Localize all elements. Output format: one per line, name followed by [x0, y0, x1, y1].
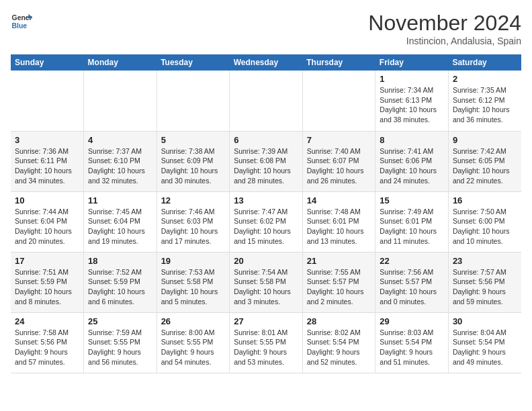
- day-number: 25: [88, 316, 152, 326]
- calendar-cell: 12Sunrise: 7:46 AMSunset: 6:03 PMDayligh…: [157, 191, 230, 252]
- day-number: 23: [453, 256, 517, 266]
- col-header-tuesday: Tuesday: [157, 54, 230, 71]
- day-number: 24: [15, 316, 79, 326]
- col-header-sunday: Sunday: [11, 54, 84, 71]
- header: GeneralBlue November 2024 Instincion, An…: [11, 11, 521, 46]
- day-number: 20: [234, 256, 298, 266]
- day-info: Sunrise: 7:40 AMSunset: 6:07 PMDaylight:…: [307, 146, 371, 186]
- calendar-cell: 1Sunrise: 7:34 AMSunset: 6:13 PMDaylight…: [375, 71, 449, 131]
- day-info: Sunrise: 7:58 AMSunset: 5:56 PMDaylight:…: [15, 328, 79, 367]
- col-header-monday: Monday: [84, 54, 157, 71]
- day-info: Sunrise: 8:01 AMSunset: 5:55 PMDaylight:…: [234, 328, 298, 367]
- calendar-week-row: 10Sunrise: 7:44 AMSunset: 6:04 PMDayligh…: [11, 191, 521, 252]
- calendar-cell: [302, 71, 375, 131]
- calendar-cell: 29Sunrise: 8:03 AMSunset: 5:54 PMDayligh…: [375, 312, 449, 373]
- day-number: 30: [453, 316, 517, 326]
- calendar-cell: [157, 71, 230, 131]
- day-number: 28: [307, 316, 371, 326]
- calendar-cell: 23Sunrise: 7:57 AMSunset: 5:56 PMDayligh…: [448, 252, 521, 312]
- day-number: 18: [88, 256, 152, 266]
- calendar-cell: 21Sunrise: 7:55 AMSunset: 5:57 PMDayligh…: [302, 252, 375, 312]
- calendar-cell: 30Sunrise: 8:04 AMSunset: 5:54 PMDayligh…: [448, 312, 521, 373]
- day-info: Sunrise: 7:35 AMSunset: 6:12 PMDaylight:…: [453, 85, 517, 125]
- calendar-cell: 4Sunrise: 7:37 AMSunset: 6:10 PMDaylight…: [84, 131, 157, 191]
- calendar-cell: 13Sunrise: 7:47 AMSunset: 6:02 PMDayligh…: [230, 191, 303, 252]
- calendar-cell: 26Sunrise: 8:00 AMSunset: 5:55 PMDayligh…: [157, 312, 230, 373]
- day-number: 3: [15, 135, 79, 145]
- day-info: Sunrise: 7:47 AMSunset: 6:02 PMDaylight:…: [234, 207, 298, 246]
- day-info: Sunrise: 7:45 AMSunset: 6:04 PMDaylight:…: [88, 207, 152, 246]
- svg-text:Blue: Blue: [12, 22, 28, 30]
- calendar-cell: [84, 71, 157, 131]
- day-number: 1: [380, 74, 444, 84]
- day-info: Sunrise: 7:44 AMSunset: 6:04 PMDaylight:…: [15, 207, 79, 246]
- day-info: Sunrise: 8:00 AMSunset: 5:55 PMDaylight:…: [161, 328, 226, 367]
- calendar-cell: 19Sunrise: 7:53 AMSunset: 5:58 PMDayligh…: [157, 252, 230, 312]
- day-number: 9: [453, 135, 517, 145]
- day-number: 13: [234, 195, 298, 205]
- col-header-saturday: Saturday: [448, 54, 521, 71]
- location-subtitle: Instincion, Andalusia, Spain: [368, 36, 521, 46]
- calendar-cell: 25Sunrise: 7:59 AMSunset: 5:55 PMDayligh…: [84, 312, 157, 373]
- calendar-cell: 14Sunrise: 7:48 AMSunset: 6:01 PMDayligh…: [302, 191, 375, 252]
- day-info: Sunrise: 7:42 AMSunset: 6:05 PMDaylight:…: [453, 146, 517, 186]
- day-info: Sunrise: 7:48 AMSunset: 6:01 PMDaylight:…: [307, 207, 371, 246]
- day-number: 6: [234, 135, 298, 145]
- day-info: Sunrise: 7:52 AMSunset: 5:59 PMDaylight:…: [88, 267, 152, 307]
- day-info: Sunrise: 7:39 AMSunset: 6:08 PMDaylight:…: [234, 146, 298, 186]
- calendar-week-row: 3Sunrise: 7:36 AMSunset: 6:11 PMDaylight…: [11, 131, 521, 191]
- day-number: 14: [307, 195, 371, 205]
- calendar-cell: 5Sunrise: 7:38 AMSunset: 6:09 PMDaylight…: [157, 131, 230, 191]
- day-number: 12: [161, 195, 226, 205]
- day-number: 8: [380, 135, 444, 145]
- calendar-cell: 15Sunrise: 7:49 AMSunset: 6:01 PMDayligh…: [375, 191, 449, 252]
- day-number: 29: [380, 316, 444, 326]
- day-info: Sunrise: 7:37 AMSunset: 6:10 PMDaylight:…: [88, 146, 152, 186]
- calendar-cell: 2Sunrise: 7:35 AMSunset: 6:12 PMDaylight…: [448, 71, 521, 131]
- calendar-cell: 11Sunrise: 7:45 AMSunset: 6:04 PMDayligh…: [84, 191, 157, 252]
- calendar-cell: 27Sunrise: 8:01 AMSunset: 5:55 PMDayligh…: [230, 312, 303, 373]
- day-number: 4: [88, 135, 152, 145]
- calendar-cell: 3Sunrise: 7:36 AMSunset: 6:11 PMDaylight…: [11, 131, 84, 191]
- day-number: 22: [380, 256, 444, 266]
- calendar-cell: 18Sunrise: 7:52 AMSunset: 5:59 PMDayligh…: [84, 252, 157, 312]
- logo-icon: GeneralBlue: [11, 11, 32, 32]
- day-number: 26: [161, 316, 226, 326]
- day-info: Sunrise: 8:03 AMSunset: 5:54 PMDaylight:…: [380, 328, 444, 367]
- day-info: Sunrise: 7:54 AMSunset: 5:58 PMDaylight:…: [234, 267, 298, 307]
- day-info: Sunrise: 7:46 AMSunset: 6:03 PMDaylight:…: [161, 207, 226, 246]
- day-info: Sunrise: 7:51 AMSunset: 5:59 PMDaylight:…: [15, 267, 79, 307]
- day-number: 19: [161, 256, 226, 266]
- day-number: 16: [453, 195, 517, 205]
- day-info: Sunrise: 7:55 AMSunset: 5:57 PMDaylight:…: [307, 267, 371, 307]
- calendar-cell: 17Sunrise: 7:51 AMSunset: 5:59 PMDayligh…: [11, 252, 84, 312]
- calendar-table: SundayMondayTuesdayWednesdayThursdayFrid…: [11, 54, 521, 373]
- day-info: Sunrise: 7:53 AMSunset: 5:58 PMDaylight:…: [161, 267, 226, 307]
- col-header-wednesday: Wednesday: [230, 54, 303, 71]
- calendar-cell: 6Sunrise: 7:39 AMSunset: 6:08 PMDaylight…: [230, 131, 303, 191]
- day-number: 5: [161, 135, 226, 145]
- day-info: Sunrise: 7:38 AMSunset: 6:09 PMDaylight:…: [161, 146, 226, 186]
- header-row: SundayMondayTuesdayWednesdayThursdayFrid…: [11, 54, 521, 71]
- calendar-cell: 9Sunrise: 7:42 AMSunset: 6:05 PMDaylight…: [448, 131, 521, 191]
- calendar-week-row: 1Sunrise: 7:34 AMSunset: 6:13 PMDaylight…: [11, 71, 521, 131]
- day-info: Sunrise: 7:56 AMSunset: 5:57 PMDaylight:…: [380, 267, 444, 307]
- calendar-week-row: 17Sunrise: 7:51 AMSunset: 5:59 PMDayligh…: [11, 252, 521, 312]
- day-number: 10: [15, 195, 79, 205]
- day-info: Sunrise: 8:02 AMSunset: 5:54 PMDaylight:…: [307, 328, 371, 367]
- day-number: 21: [307, 256, 371, 266]
- month-title: November 2024: [368, 11, 521, 36]
- day-info: Sunrise: 7:59 AMSunset: 5:55 PMDaylight:…: [88, 328, 152, 367]
- calendar-cell: 24Sunrise: 7:58 AMSunset: 5:56 PMDayligh…: [11, 312, 84, 373]
- logo: GeneralBlue: [11, 11, 32, 32]
- day-number: 27: [234, 316, 298, 326]
- day-number: 17: [15, 256, 79, 266]
- calendar-cell: 7Sunrise: 7:40 AMSunset: 6:07 PMDaylight…: [302, 131, 375, 191]
- calendar-week-row: 24Sunrise: 7:58 AMSunset: 5:56 PMDayligh…: [11, 312, 521, 373]
- calendar-cell: [230, 71, 303, 131]
- calendar-cell: 20Sunrise: 7:54 AMSunset: 5:58 PMDayligh…: [230, 252, 303, 312]
- day-number: 15: [380, 195, 444, 205]
- day-info: Sunrise: 7:36 AMSunset: 6:11 PMDaylight:…: [15, 146, 79, 186]
- calendar-cell: 8Sunrise: 7:41 AMSunset: 6:06 PMDaylight…: [375, 131, 449, 191]
- calendar-cell: [11, 71, 84, 131]
